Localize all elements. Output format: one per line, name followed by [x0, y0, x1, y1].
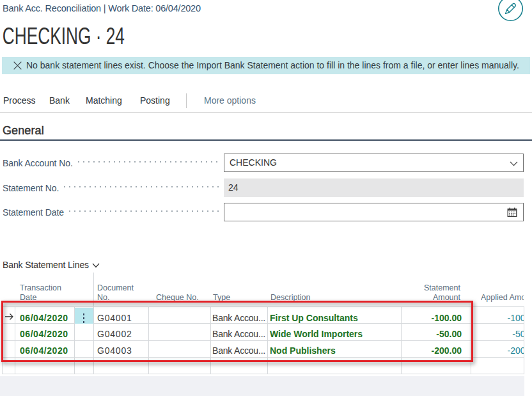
svg-text:CHECKING · 24: CHECKING · 24	[3, 24, 125, 49]
